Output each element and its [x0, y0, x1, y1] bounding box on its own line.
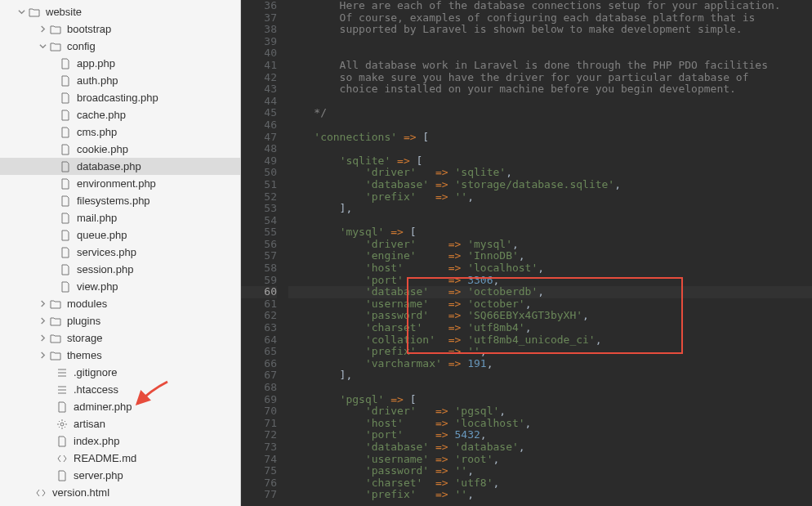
tree-file--gitignore[interactable]: .gitignore	[0, 364, 240, 381]
tree-folder-bootstrap[interactable]: bootstrap	[0, 20, 240, 38]
tree-file-environment-php[interactable]: environment.php	[0, 175, 240, 192]
code-line[interactable]: 'driver' => 'pgsql',	[288, 405, 812, 418]
code-content[interactable]: Here are each of the database connection…	[288, 0, 812, 506]
tree-file-version-html[interactable]: version.html	[0, 484, 240, 501]
code-line[interactable]: 'collation' => 'utf8mb4_unicode_ci',	[288, 334, 812, 347]
line-number: 71	[241, 418, 277, 430]
line-number: 49	[241, 155, 277, 168]
tree-file-broadcasting-php[interactable]: broadcasting.php	[0, 89, 240, 106]
tree-file-queue-php[interactable]: queue.php	[0, 226, 240, 244]
tree-file-filesystems-php[interactable]: filesystems.php	[0, 192, 240, 209]
chevron-right-icon	[38, 352, 47, 359]
line-number: 38	[241, 24, 277, 36]
folder-icon	[49, 24, 62, 35]
code-line[interactable]: 'charset' => 'utf8',	[288, 477, 812, 490]
tree-file-adminer-php[interactable]: adminer.php	[0, 398, 240, 415]
code-line[interactable]: 'port' => 3306,	[288, 275, 812, 287]
code-line[interactable]: 'prefix' => '',	[288, 489, 812, 501]
tree-folder-config[interactable]: config	[0, 38, 240, 55]
code-line[interactable]: 'driver' => 'sqlite',	[288, 167, 812, 179]
code-line[interactable]: 'sqlite' => [	[288, 155, 812, 168]
code-line[interactable]: 'database' => 'storage/database.sqlite',	[288, 179, 812, 191]
tree-file-README-md[interactable]: README.md	[0, 450, 240, 467]
tree-file-cache-php[interactable]: cache.php	[0, 106, 240, 123]
line-number: 46	[241, 119, 277, 132]
code-line[interactable]: 'username' => 'october',	[288, 298, 812, 311]
code-line[interactable]: 'password' => '',	[288, 465, 812, 477]
code-line[interactable]: choice installed on your machine before …	[288, 83, 812, 96]
code-line[interactable]: 'database' => 'octoberdb',	[288, 286, 812, 298]
tree-item-label: broadcasting.php	[77, 92, 158, 104]
code-line[interactable]: 'connections' => [	[288, 132, 812, 144]
line-number: 52	[241, 191, 277, 204]
tree-folder-storage[interactable]: storage	[0, 329, 240, 347]
code-editor[interactable]: 3637383940414243444546474849505152535455…	[241, 0, 812, 506]
code-line[interactable]	[288, 119, 812, 132]
code-line[interactable]: Of course, examples of configuring each …	[288, 12, 812, 25]
tree-file-services-php[interactable]: services.php	[0, 244, 240, 261]
code-line[interactable]	[288, 382, 812, 394]
code-line[interactable]: supported by Laravel is shown below to m…	[288, 24, 812, 36]
tree-item-label: index.php	[74, 435, 119, 447]
code-line[interactable]	[288, 96, 812, 108]
tree-folder-modules[interactable]: modules	[0, 295, 240, 312]
code-line[interactable]: 'mysql' => [	[288, 226, 812, 239]
tree-folder-plugins[interactable]: plugins	[0, 312, 240, 329]
tree-folder-website[interactable]: website	[0, 3, 240, 20]
code-line[interactable]: All database work in Laravel is done thr…	[288, 60, 812, 72]
code-line[interactable]	[288, 215, 812, 227]
code-line[interactable]: 'prefix' => '',	[288, 346, 812, 358]
code-line[interactable]: 'pgsql' => [	[288, 394, 812, 406]
tree-item-label: .htaccess	[74, 383, 118, 396]
line-number: 56	[241, 239, 277, 251]
tree-file-app-php[interactable]: app.php	[0, 55, 240, 72]
file-icon	[59, 195, 72, 207]
tree-file--htaccess[interactable]: .htaccess	[0, 381, 240, 398]
tree-item-label: database.php	[77, 160, 141, 172]
file-icon	[59, 58, 72, 69]
tree-file-mail-php[interactable]: mail.php	[0, 209, 240, 226]
code-line[interactable]: 'varcharmax' => 191,	[288, 358, 812, 370]
tree-file-cms-php[interactable]: cms.php	[0, 123, 240, 141]
list-icon	[56, 384, 69, 396]
file-icon	[59, 178, 72, 190]
folder-icon	[49, 316, 62, 327]
tree-file-view-php[interactable]: view.php	[0, 278, 240, 295]
tree-file-cookie-php[interactable]: cookie.php	[0, 141, 240, 158]
tree-file-auth-php[interactable]: auth.php	[0, 72, 240, 89]
code-line[interactable]: so make sure you have the driver for you…	[288, 72, 812, 84]
code-line[interactable]	[288, 36, 812, 48]
code-line[interactable]: ],	[288, 203, 812, 215]
code-line[interactable]	[288, 47, 812, 60]
line-number: 61	[241, 298, 277, 311]
code-line[interactable]: 'driver' => 'mysql',	[288, 239, 812, 251]
code-line[interactable]	[288, 143, 812, 155]
file-tree-sidebar[interactable]: websitebootstrapconfigapp.phpauth.phpbro…	[0, 0, 241, 506]
code-line[interactable]: 'port' => 5432,	[288, 429, 812, 441]
code-line[interactable]: 'host' => 'localhost',	[288, 418, 812, 430]
tree-file-server-php[interactable]: server.php	[0, 467, 240, 484]
folder-icon	[49, 350, 62, 361]
tree-file-database-php[interactable]: database.php	[0, 158, 240, 175]
tree-file-session-php[interactable]: session.php	[0, 261, 240, 278]
code-line[interactable]: ],	[288, 369, 812, 382]
line-number: 48	[241, 143, 277, 155]
code-line[interactable]: Here are each of the database connection…	[288, 0, 812, 12]
code-line[interactable]: 'password' => 'SQ66EBYx4GT3byXH',	[288, 310, 812, 322]
code-line[interactable]: */	[288, 107, 812, 119]
code-line[interactable]: 'prefix' => '',	[288, 191, 812, 204]
line-number: 37	[241, 12, 277, 25]
chevron-right-icon	[38, 334, 47, 342]
code-line[interactable]: 'database' => 'database',	[288, 441, 812, 454]
line-number: 40	[241, 47, 277, 60]
tree-file-index-php[interactable]: index.php	[0, 432, 240, 450]
tree-file-artisan[interactable]: artisan	[0, 415, 240, 432]
code-line[interactable]: 'engine' => 'InnoDB',	[288, 250, 812, 262]
code-line[interactable]: 'host' => 'localhost',	[288, 262, 812, 275]
svg-point-0	[60, 423, 64, 426]
line-number: 42	[241, 72, 277, 84]
tree-folder-themes[interactable]: themes	[0, 347, 240, 364]
code-line[interactable]: 'charset' => 'utf8mb4',	[288, 322, 812, 334]
code-line[interactable]: 'username' => 'root',	[288, 454, 812, 466]
line-number: 67	[241, 369, 277, 382]
